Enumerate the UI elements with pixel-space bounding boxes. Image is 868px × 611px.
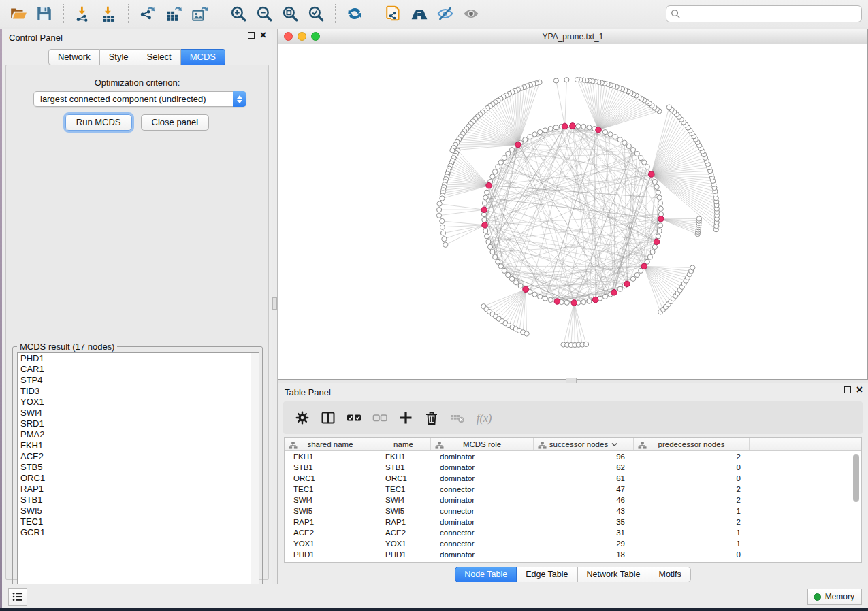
network-leaf-node[interactable] [437,201,442,206]
hide-selected-button[interactable] [432,2,458,25]
network-node[interactable] [488,244,493,249]
mcds-hub-node[interactable] [611,290,617,296]
network-leaf-node[interactable] [696,216,701,221]
network-leaf-node[interactable] [575,78,579,82]
zoom-selected-button[interactable] [303,2,329,25]
network-leaf-node[interactable] [436,213,441,218]
mcds-result-item[interactable]: TID3 [18,386,259,397]
network-node[interactable] [622,140,627,145]
tab-node-table[interactable]: Node Table [455,567,517,582]
show-all-button[interactable] [458,2,484,25]
network-node[interactable] [543,128,547,133]
network-node[interactable] [657,229,662,233]
memory-button[interactable]: Memory [807,589,862,605]
network-node[interactable] [581,124,586,129]
network-node[interactable] [617,137,622,142]
network-node[interactable] [647,254,652,259]
mcds-list-scrollbar[interactable] [251,353,259,593]
network-node[interactable] [650,250,655,254]
network-node[interactable] [658,201,662,205]
zoom-out-button[interactable] [251,2,277,25]
network-node[interactable] [493,254,498,259]
close-table-panel-icon[interactable]: × [856,386,863,393]
split-panel-button[interactable] [317,406,339,429]
network-node[interactable] [639,156,643,161]
tab-motifs[interactable]: Motifs [649,567,690,582]
table-row[interactable]: ORC1ORC1dominator610 [285,473,861,484]
mcds-result-item[interactable]: CAR1 [18,364,259,375]
network-node[interactable] [553,125,558,130]
network-canvas[interactable] [278,44,867,379]
tab-network[interactable]: Network [48,49,100,65]
import-network-button[interactable] [70,2,96,25]
network-node[interactable] [634,272,639,277]
network-node[interactable] [617,286,622,291]
mcds-result-item[interactable]: SWI4 [18,408,259,418]
vertical-splitter-grip[interactable] [272,297,277,310]
mcds-hub-node[interactable] [482,222,488,229]
network-node[interactable] [482,201,487,205]
column-header-predecessor-nodes[interactable]: predecessor nodes [634,438,750,450]
network-leaf-node[interactable] [440,196,445,201]
network-node[interactable] [490,174,495,179]
network-node[interactable] [564,300,569,305]
network-leaf-node[interactable] [437,208,442,212]
import-table-button[interactable] [96,2,122,25]
network-node[interactable] [485,234,489,239]
table-row[interactable]: FKH1FKH1dominator962 [285,451,861,462]
network-node[interactable] [498,264,503,269]
export-image-button[interactable] [187,2,212,25]
close-panel-icon[interactable]: × [260,32,266,39]
tab-mcds[interactable]: MCDS [181,49,225,65]
network-node[interactable] [532,292,537,297]
mcds-result-item[interactable]: STB5 [18,462,259,473]
network-node[interactable] [496,165,500,169]
mcds-result-item[interactable]: SRD1 [18,418,259,429]
show-panels-list-button[interactable] [8,588,27,606]
network-leaf-node[interactable] [553,78,558,83]
table-row[interactable]: SWI4SWI4dominator462 [285,495,861,506]
network-node[interactable] [543,296,547,301]
export-table-button[interactable] [161,2,187,25]
add-button[interactable] [395,406,417,429]
mcds-hub-node[interactable] [554,299,560,305]
mcds-hub-node[interactable] [596,127,602,133]
network-node[interactable] [506,151,511,156]
mcds-hub-node[interactable] [523,286,529,293]
network-node[interactable] [656,234,660,239]
network-node[interactable] [548,297,553,302]
mcds-result-item[interactable]: RAP1 [18,484,259,495]
network-leaf-node[interactable] [584,342,589,346]
mcds-hub-node[interactable] [486,182,492,188]
network-node[interactable] [493,169,498,174]
table-scrollbar-thumb[interactable] [853,454,859,502]
network-node[interactable] [538,294,543,299]
network-node[interactable] [518,284,523,288]
network-node[interactable] [645,165,649,169]
mcds-hub-node[interactable] [624,281,630,287]
network-node[interactable] [657,195,662,200]
mcds-hub-node[interactable] [481,207,487,213]
tab-edge-table[interactable]: Edge Table [517,567,577,582]
network-node[interactable] [634,151,639,156]
table-row[interactable]: TEC1TEC1connector472 [285,484,861,495]
mcds-hub-node[interactable] [641,263,647,269]
network-node[interactable] [538,130,543,135]
network-node[interactable] [496,259,500,264]
tab-network-table[interactable]: Network Table [578,567,650,582]
network-node[interactable] [532,132,537,137]
network-node[interactable] [483,195,488,200]
network-leaf-node[interactable] [690,265,695,270]
mcds-hub-node[interactable] [649,171,655,178]
mcds-result-item[interactable]: YOX1 [18,397,259,408]
network-leaf-node[interactable] [440,231,445,235]
network-node[interactable] [652,244,657,249]
network-leaf-node[interactable] [564,78,569,82]
network-node[interactable] [490,250,495,254]
network-node[interactable] [587,299,592,303]
search-input[interactable] [666,5,862,22]
mcds-hub-node[interactable] [571,300,577,306]
network-node[interactable] [514,280,519,285]
gear-button[interactable] [291,406,313,429]
new-network-from-selection-button[interactable] [381,2,406,25]
